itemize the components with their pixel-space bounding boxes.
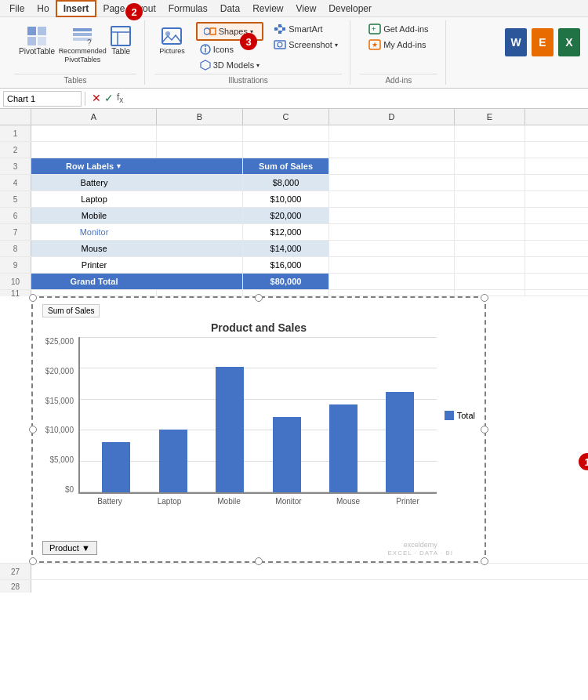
menu-home[interactable]: Ho	[31, 2, 55, 16]
cancel-formula-icon[interactable]: ✕	[92, 92, 101, 104]
cell-d3[interactable]	[329, 158, 455, 174]
cell-d9[interactable]	[329, 257, 455, 273]
cell-d10[interactable]	[329, 274, 455, 289]
getaddins-button[interactable]: + Get Add-ins	[365, 22, 432, 36]
y-label-5k: $5,000	[49, 455, 74, 464]
row-num-6: 6	[0, 208, 31, 223]
cell-c10[interactable]: $80,000	[243, 274, 329, 289]
confirm-formula-icon[interactable]: ✓	[104, 92, 114, 104]
cell-b7[interactable]	[157, 224, 243, 240]
cell-e1[interactable]	[455, 125, 525, 141]
col-header-b[interactable]: B	[157, 109, 243, 125]
col-header-d[interactable]: D	[329, 109, 455, 125]
cell-e9[interactable]	[455, 257, 525, 273]
cell-c2[interactable]	[243, 142, 329, 158]
menu-data[interactable]: Data	[214, 2, 246, 16]
cell-d1[interactable]	[329, 125, 455, 141]
menu-developer[interactable]: Developer	[322, 2, 378, 16]
recommended-pivottables-button[interactable]: ? RecommendedPivotTables	[63, 22, 102, 67]
cell-a4[interactable]: Battery	[31, 175, 157, 190]
insert-function-icon[interactable]: fx	[117, 92, 123, 104]
cell-b6[interactable]	[157, 208, 243, 223]
cell-d7[interactable]	[329, 224, 455, 240]
formula-input[interactable]	[129, 91, 585, 107]
cell-b3[interactable]	[157, 158, 243, 174]
cell-a5[interactable]: Laptop	[31, 191, 157, 207]
cell-e2[interactable]	[455, 142, 525, 158]
col-header-e[interactable]: E	[455, 109, 525, 125]
cell-d4[interactable]	[329, 175, 455, 190]
cell-d2[interactable]	[329, 142, 455, 158]
cell-b8[interactable]	[157, 241, 243, 256]
cell-e4[interactable]	[455, 175, 525, 190]
cell-a1[interactable]	[31, 125, 157, 141]
screenshot-button[interactable]: Screenshot ▾	[270, 38, 342, 52]
x-label-monitor: Monitor	[273, 497, 304, 506]
cell-d5[interactable]	[329, 191, 455, 207]
myaddins-button[interactable]: ★ My Add-ins	[365, 38, 430, 52]
cell-a2[interactable]	[31, 142, 157, 158]
menu-view[interactable]: View	[290, 2, 323, 16]
menu-formulas[interactable]: Formulas	[162, 2, 214, 16]
cell-e8[interactable]	[455, 241, 525, 256]
chart-handle-bm[interactable]	[255, 557, 263, 565]
menu-insert[interactable]: Insert	[56, 0, 97, 17]
cell-a7[interactable]: Monitor	[31, 224, 157, 240]
cell-e10[interactable]	[455, 274, 525, 289]
cell-d6[interactable]	[329, 208, 455, 223]
cell-c1[interactable]	[243, 125, 329, 141]
cell-c8[interactable]: $14,000	[243, 241, 329, 256]
chart-handle-tl[interactable]	[29, 294, 37, 302]
cell-b11[interactable]	[157, 290, 243, 296]
chart-handle-ml[interactable]	[29, 426, 37, 433]
cell-c7[interactable]: $12,000	[243, 224, 329, 240]
cell-c5[interactable]: $10,000	[243, 191, 329, 207]
cell-c4[interactable]: $8,000	[243, 175, 329, 190]
menu-review[interactable]: Review	[246, 2, 289, 16]
chart-container[interactable]: Sum of Sales Product and Sales $25,000 $…	[31, 296, 486, 563]
col-header-a[interactable]: A	[31, 109, 157, 125]
cell-d11[interactable]	[329, 290, 455, 296]
cell-a11[interactable]	[31, 290, 157, 296]
smartart-button[interactable]: SmartArt	[270, 22, 342, 36]
cell-a28[interactable]	[31, 580, 486, 593]
cell-b10[interactable]	[157, 274, 243, 289]
cell-a9[interactable]: Printer	[31, 257, 157, 273]
y-label-20k: $20,000	[45, 367, 74, 375]
pivottable-button[interactable]: PivotTable	[14, 22, 60, 59]
table-row: 4 Battery $8,000	[0, 175, 588, 191]
chart-plot	[78, 337, 437, 494]
cell-c9[interactable]: $16,000	[243, 257, 329, 273]
cell-e3[interactable]	[455, 158, 525, 174]
cell-a10[interactable]: Grand Total	[31, 274, 157, 289]
menu-file[interactable]: File	[3, 2, 31, 16]
cell-d8[interactable]	[329, 241, 455, 256]
cell-reference[interactable]	[3, 91, 82, 107]
col-header-c[interactable]: C	[243, 109, 329, 125]
row-labels-dropdown[interactable]: ▼	[115, 162, 122, 170]
cell-b1[interactable]	[157, 125, 243, 141]
cell-b4[interactable]	[157, 175, 243, 190]
product-field-button[interactable]: Product ▼	[42, 541, 97, 555]
cell-b5[interactable]	[157, 191, 243, 207]
cell-b9[interactable]	[157, 257, 243, 273]
cell-c6[interactable]: $20,000	[243, 208, 329, 223]
cell-a3[interactable]: Row Labels ▼	[31, 158, 157, 174]
chart-handle-tm[interactable]	[255, 294, 263, 302]
cell-e5[interactable]	[455, 191, 525, 207]
cell-e6[interactable]	[455, 208, 525, 223]
3dmodels-button[interactable]: 3D Models ▾	[196, 58, 264, 72]
cell-e11[interactable]	[455, 290, 525, 296]
chart-handle-mr[interactable]	[481, 426, 488, 433]
cell-a27[interactable]	[31, 564, 486, 579]
cell-b2[interactable]	[157, 142, 243, 158]
chart-handle-tr[interactable]	[481, 294, 488, 302]
table-button[interactable]: Table	[105, 22, 136, 59]
cell-a8[interactable]: Mouse	[31, 241, 157, 256]
chart-handle-bl[interactable]	[29, 557, 37, 565]
chart-handle-br[interactable]	[481, 557, 488, 565]
cell-c3[interactable]: Sum of Sales	[243, 158, 329, 174]
cell-e7[interactable]	[455, 224, 525, 240]
cell-a6[interactable]: Mobile	[31, 208, 157, 223]
pictures-button[interactable]: Pictures	[154, 22, 190, 58]
